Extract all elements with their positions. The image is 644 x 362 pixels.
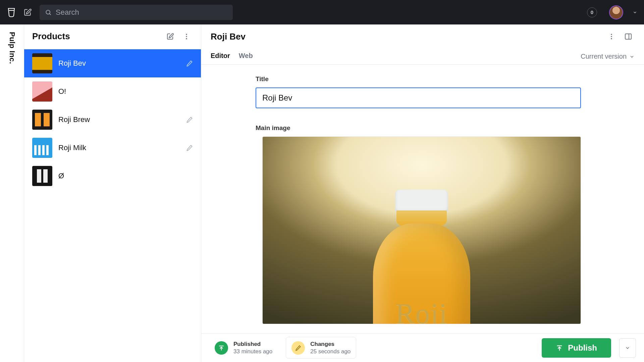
svg-point-7 — [611, 36, 612, 37]
status-bar: Published 33 minutes ago Changes 25 seco… — [201, 333, 644, 362]
new-document-icon[interactable] — [164, 30, 177, 43]
chevron-down-icon — [625, 345, 630, 351]
main-image-label: Main image — [256, 124, 581, 132]
product-row[interactable]: Roji Brew — [24, 106, 201, 134]
svg-point-3 — [186, 34, 187, 35]
editor-header: Roji Bev — [201, 24, 644, 49]
product-image-content: Roji — [371, 190, 472, 324]
svg-point-1 — [46, 10, 50, 14]
editor-tabs: Editor Web Current version — [201, 49, 644, 65]
product-name: Roji Bev — [58, 59, 180, 68]
product-thumb — [32, 110, 52, 130]
publish-label: Publish — [568, 343, 597, 353]
version-label: Current version — [581, 53, 627, 60]
product-thumb — [32, 53, 52, 73]
products-title: Products — [32, 31, 161, 42]
product-row[interactable]: Roji Milk — [24, 134, 201, 162]
app-logo-icon[interactable] — [7, 8, 16, 17]
global-search[interactable] — [40, 5, 233, 20]
svg-line-2 — [50, 13, 51, 15]
search-icon — [45, 9, 52, 16]
svg-point-8 — [611, 38, 612, 40]
split-pane-icon[interactable] — [622, 30, 635, 43]
product-list: Roji Bev O! Roji Brew — [24, 49, 201, 362]
products-pane: Products Roji Bev — [24, 24, 201, 362]
product-name: O! — [58, 87, 193, 96]
published-label: Published — [233, 341, 272, 348]
pencil-icon[interactable] — [186, 60, 193, 67]
changes-label: Changes — [310, 341, 351, 348]
pencil-icon — [291, 341, 305, 355]
document-title: Roji Bev — [211, 32, 601, 42]
notification-badge[interactable]: 0 — [587, 7, 597, 17]
product-thumb — [32, 138, 52, 158]
pencil-icon[interactable] — [186, 116, 193, 123]
chevron-down-icon — [629, 54, 635, 59]
svg-point-6 — [611, 34, 612, 35]
product-thumb — [32, 166, 52, 186]
changes-status[interactable]: Changes 25 seconds ago — [286, 337, 356, 359]
main-image[interactable]: Roji — [262, 136, 581, 324]
form-area: Title Main image Roji — [201, 65, 644, 333]
published-time: 33 minutes ago — [233, 348, 272, 355]
editor-pane: Roji Bev Editor Web Current version — [201, 24, 644, 362]
product-thumb — [32, 81, 52, 102]
title-input[interactable] — [256, 87, 581, 108]
product-name: Roji Brew — [58, 115, 180, 124]
title-label: Title — [256, 75, 581, 83]
search-input[interactable] — [56, 8, 227, 17]
org-name[interactable]: Pulp Inc. — [8, 32, 16, 64]
products-header: Products — [24, 24, 201, 49]
publish-up-icon — [215, 341, 228, 355]
pencil-icon[interactable] — [186, 144, 193, 151]
product-row[interactable]: Ø — [24, 162, 201, 190]
org-rail: Pulp Inc. — [0, 24, 24, 362]
tab-web[interactable]: Web — [239, 52, 253, 61]
svg-point-5 — [186, 38, 187, 39]
user-avatar[interactable] — [609, 5, 623, 19]
published-status[interactable]: Published 33 minutes ago — [209, 337, 278, 358]
product-row[interactable]: O! — [24, 77, 201, 106]
svg-rect-9 — [625, 34, 631, 39]
tab-editor[interactable]: Editor — [211, 52, 230, 61]
publish-button[interactable]: Publish — [542, 338, 611, 358]
list-more-icon[interactable] — [180, 30, 193, 43]
publish-more-button[interactable] — [619, 338, 636, 358]
compose-icon[interactable] — [23, 8, 32, 17]
changes-time: 25 seconds ago — [310, 348, 351, 355]
editor-more-icon[interactable] — [605, 30, 618, 43]
product-name: Ø — [58, 172, 193, 180]
chevron-down-icon[interactable] — [633, 10, 637, 15]
publish-up-icon — [556, 344, 563, 352]
topbar: 0 — [0, 0, 644, 24]
svg-point-4 — [186, 36, 187, 37]
product-row[interactable]: Roji Bev — [24, 49, 201, 77]
product-name: Roji Milk — [58, 143, 180, 152]
version-picker[interactable]: Current version — [581, 53, 635, 60]
